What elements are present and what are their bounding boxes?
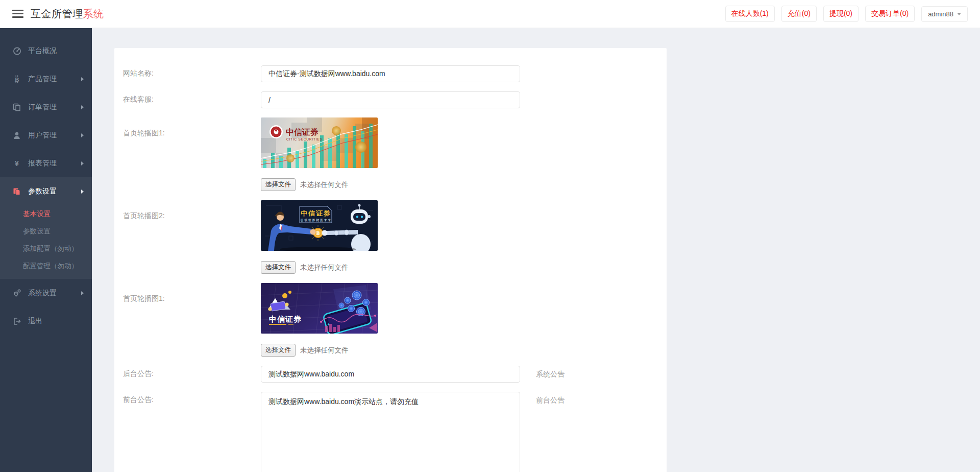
front-notice-textarea[interactable]: 测试数据网www.baidu.com演示站点，请勿充值 [261,392,520,472]
yen-icon: ¥ [12,159,21,168]
sidebar: 平台概况 B 产品管理 订单管理 用户管理 ¥ 报表管理 [0,28,92,472]
bitcoin-icon: B [12,75,21,84]
banner3-image: 中信证券 [261,283,378,334]
form-row-banner1: 首页轮播图1: [123,117,667,191]
chevron-right-icon [81,291,84,295]
form-row-admin-notice: 后台公告: 系统公告 [123,366,667,383]
sidebar-group-params: 参数设置 基本设置 参数设置 添加配置（勿动） 配置管理（勿动） [0,177,92,279]
site-name-input[interactable] [261,65,520,82]
banner2-choose-file-button[interactable]: 选择文件 [261,261,296,274]
dashboard-icon [12,46,21,56]
banner3-file-status: 未选择任何文件 [300,346,349,355]
banner1-file-row: 选择文件 未选择任何文件 [261,178,378,191]
trade-orders-button[interactable]: 交易订单(0) [865,6,915,22]
banner1-file-status: 未选择任何文件 [300,180,349,190]
sidebar-item-label: 订单管理 [28,103,57,112]
settings-form-card: 网站名称: 在线客服: 首页轮播图1: [114,48,667,472]
sidebar-subitem-config-manage[interactable]: 配置管理（勿动） [0,257,92,275]
header-actions: 在线人数(1) 充值(0) 提现(0) 交易订单(0) admin88 [725,6,968,22]
top-header: 互金所管理系统 在线人数(1) 充值(0) 提现(0) 交易订单(0) admi… [0,0,980,28]
sidebar-item-logout[interactable]: 退出 [0,307,92,335]
sidebar-item-label: 系统设置 [28,289,57,298]
sidebar-item-label: 平台概况 [28,46,57,56]
banner1-group: 中信证券 CITIC SECURITIES 选择文件 未选择任何文件 [261,117,378,191]
user-icon [12,131,21,140]
sidebar-item-param-settings[interactable]: 参数设置 [0,177,92,205]
chevron-right-icon [81,190,84,194]
app-title-accent: 系统 [83,8,104,19]
chevron-right-icon [81,161,84,166]
svg-text:¥: ¥ [15,159,19,168]
banner3-choose-file-button[interactable]: 选择文件 [261,344,296,357]
svg-text:B: B [15,76,19,83]
sidebar-subitem-add-config[interactable]: 添加配置（勿动） [0,240,92,257]
banner2-title-text: 中信证券 [301,209,331,217]
withdraw-button[interactable]: 提现(0) [823,6,859,22]
form-row-front-notice: 前台公告: 测试数据网www.baidu.com演示站点，请勿充值 前台公告 [123,392,667,472]
sidebar-item-label: 参数设置 [28,187,57,196]
banner2-image: 中信证券 引领世界财富未来 B [261,200,378,251]
banner3-group: 中信证券 [261,283,378,357]
banner1-image: 中信证券 CITIC SECURITIES [261,117,378,168]
sidebar-item-users[interactable]: 用户管理 [0,121,92,149]
front-notice-hint: 前台公告 [536,392,565,472]
form-row-site-name: 网站名称: [123,65,667,82]
sidebar-item-system-settings[interactable]: 系统设置 [0,279,92,307]
coin-letter: B [316,230,320,236]
gears-icon [12,289,21,298]
chevron-right-icon [81,133,84,137]
banner1-brand-sub: CITIC SECURITIES [286,137,323,141]
admin-notice-input[interactable] [261,366,520,383]
sidebar-item-products[interactable]: B 产品管理 [0,65,92,93]
banner2-slogan-text: 引领世界财富未来 [300,218,332,222]
logout-icon [12,317,21,326]
admin-notice-label: 后台公告: [123,366,261,383]
banner3-brand-text: 中信证券 [269,315,302,323]
hamburger-icon[interactable] [12,10,23,18]
banner1-brand-text: 中信证券 [286,128,318,136]
sidebar-item-reports[interactable]: ¥ 报表管理 [0,149,92,177]
form-row-banner3: 首页轮播图1: [123,283,667,357]
sidebar-item-orders[interactable]: 订单管理 [0,93,92,121]
sidebar-item-dashboard[interactable]: 平台概况 [0,37,92,65]
param-files-icon [12,187,21,196]
chevron-down-icon [957,13,961,15]
sidebar-item-label: 退出 [28,317,42,326]
sidebar-item-label: 报表管理 [28,159,57,168]
citic-logo [270,125,283,138]
banner2-label: 首页轮播图2: [123,200,261,274]
site-name-label: 网站名称: [123,65,261,82]
front-notice-label: 前台公告: [123,392,261,472]
app-title-primary: 互金所管理 [31,8,83,19]
banner1-label: 首页轮播图1: [123,117,261,191]
app-title: 互金所管理系统 [31,7,104,21]
online-service-input[interactable] [261,91,520,108]
banner2-file-status: 未选择任何文件 [300,263,349,272]
username: admin88 [928,10,953,18]
banner3-label: 首页轮播图1: [123,283,261,357]
admin-notice-hint: 系统公告 [536,366,565,383]
banner3-file-row: 选择文件 未选择任何文件 [261,344,378,357]
sidebar-item-label: 产品管理 [28,75,57,84]
sidebar-item-label: 用户管理 [28,131,57,140]
form-row-online-service: 在线客服: [123,91,667,108]
banner1-choose-file-button[interactable]: 选择文件 [261,178,296,191]
sidebar-subitem-param-settings[interactable]: 参数设置 [0,223,92,240]
chevron-right-icon [81,105,84,109]
banner2-file-row: 选择文件 未选择任何文件 [261,261,378,274]
form-row-banner2: 首页轮播图2: 中信证券 [123,200,667,274]
sidebar-subitem-basic-settings[interactable]: 基本设置 [0,205,92,223]
banner2-group: 中信证券 引领世界财富未来 B [261,200,378,274]
orders-icon [12,103,21,112]
user-menu-button[interactable]: admin88 [921,6,968,22]
online-users-button[interactable]: 在线人数(1) [725,6,775,22]
main-content: 网站名称: 在线客服: 首页轮播图1: [92,28,980,472]
chevron-right-icon [81,77,84,81]
online-service-label: 在线客服: [123,91,261,108]
recharge-button[interactable]: 充值(0) [781,6,817,22]
